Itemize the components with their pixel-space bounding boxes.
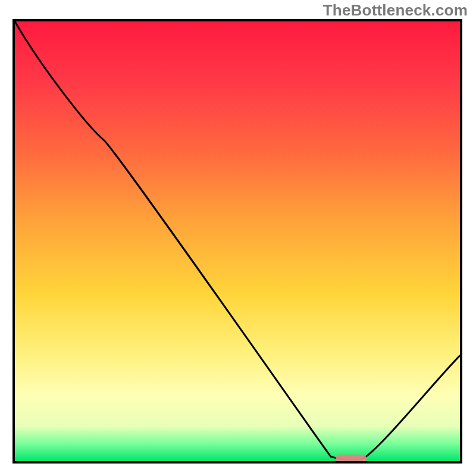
plot-area [12, 19, 462, 464]
chart-container: TheBottleneck.com [0, 0, 476, 476]
optimum-marker [336, 455, 367, 463]
line-curve [15, 21, 460, 461]
curve-path [15, 21, 460, 460]
watermark-text: TheBottleneck.com [323, 1, 468, 20]
